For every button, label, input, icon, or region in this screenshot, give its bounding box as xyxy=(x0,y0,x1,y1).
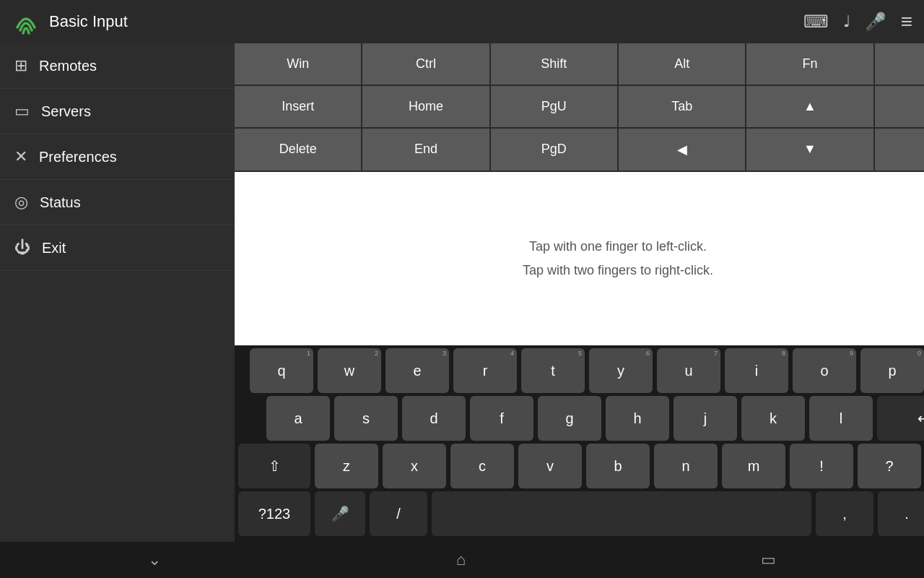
key-y[interactable]: 6y xyxy=(589,348,653,393)
key-k[interactable]: k xyxy=(741,396,805,441)
app-title: Basic Input xyxy=(49,12,789,31)
sidebar-label-remotes: Remotes xyxy=(39,58,97,74)
key-space[interactable] xyxy=(432,491,811,536)
key-insert[interactable]: Insert xyxy=(235,86,362,127)
key-shift-left[interactable]: ⇧ xyxy=(238,444,310,488)
key-s[interactable]: s xyxy=(334,396,398,441)
key-exclaim[interactable]: ! xyxy=(790,444,853,488)
sidebar-label-servers: Servers xyxy=(41,103,91,120)
key-e[interactable]: 3e xyxy=(385,348,449,393)
key-pgdn[interactable]: PgD xyxy=(491,129,619,171)
touchpad-hint-1: Tap with one finger to left-click. xyxy=(529,239,707,254)
exit-icon: ⏻ xyxy=(14,238,30,257)
key-win[interactable]: Win xyxy=(235,43,362,85)
key-p[interactable]: 0p xyxy=(860,348,924,393)
key-down-arrow[interactable]: ▼ xyxy=(746,129,874,171)
status-icon: ◎ xyxy=(14,193,28,212)
sidebar-item-exit[interactable]: ⏻ Exit xyxy=(0,225,235,271)
key-q[interactable]: 1q xyxy=(250,348,313,393)
kb-row-asdf: a s d f g h j k l ↵ xyxy=(236,396,924,441)
key-i[interactable]: 8i xyxy=(725,348,788,393)
key-x[interactable]: x xyxy=(383,444,446,488)
key-fn[interactable]: Fn xyxy=(746,43,874,85)
key-right-arrow[interactable]: ▶ xyxy=(875,129,924,171)
key-n[interactable]: n xyxy=(654,444,718,488)
key-tab[interactable]: Tab xyxy=(619,86,746,127)
kb-row-qwerty: 1q 2w 3e 4r 5t 6y 7u 8i 9o 0p ⌫ xyxy=(236,348,924,393)
key-ctrl[interactable]: Ctrl xyxy=(362,43,490,85)
key-d[interactable]: d xyxy=(402,396,466,441)
key-m[interactable]: m xyxy=(722,444,785,488)
key-question[interactable]: ? xyxy=(858,444,921,488)
kb-row-bottom: ?123 🎤 / , . ☺ xyxy=(236,491,924,536)
key-o[interactable]: 9o xyxy=(793,348,856,393)
special-key-row-3: Delete End PgD ◀ ▼ ▶ xyxy=(235,129,924,172)
key-delete[interactable]: Delete xyxy=(235,129,362,171)
key-esc[interactable]: Esc xyxy=(875,86,924,127)
sidebar-label-status: Status xyxy=(40,194,81,211)
preferences-icon: ✕ xyxy=(14,147,27,166)
sidebar-item-preferences[interactable]: ✕ Preferences xyxy=(0,134,235,180)
nav-recents[interactable]: ▭ xyxy=(761,551,776,569)
key-t[interactable]: 5t xyxy=(521,348,585,393)
main-area: ⊞ Remotes ▭ Servers ✕ Preferences ◎ Stat… xyxy=(0,43,924,542)
nav-bar: ⌄ ⌂ ▭ xyxy=(0,542,924,578)
key-g[interactable]: g xyxy=(538,396,601,441)
servers-icon: ▭ xyxy=(14,102,30,121)
key-u[interactable]: 7u xyxy=(657,348,720,393)
sidebar-item-remotes[interactable]: ⊞ Remotes xyxy=(0,43,235,89)
keyboard-icon[interactable]: ⌨ xyxy=(803,12,829,32)
sidebar-item-servers[interactable]: ▭ Servers xyxy=(0,89,235,134)
key-b[interactable]: b xyxy=(586,444,650,488)
key-w[interactable]: 2w xyxy=(318,348,381,393)
nav-home[interactable]: ⌂ xyxy=(456,551,466,569)
key-r[interactable]: 4r xyxy=(453,348,517,393)
key-f[interactable]: f xyxy=(470,396,533,441)
key-c[interactable]: c xyxy=(450,444,514,488)
app-logo xyxy=(12,7,40,36)
key-num-toggle[interactable]: ?123 xyxy=(238,491,310,536)
content-area: Win Ctrl Shift Alt Fn 1/2 Insert Home Pg… xyxy=(235,43,924,542)
key-left-arrow[interactable]: ◀ xyxy=(619,129,746,171)
key-enter[interactable]: ↵ xyxy=(877,396,924,441)
top-bar: Basic Input ⌨ ♩ 🎤 ≡ xyxy=(0,0,924,43)
sidebar-item-status[interactable]: ◎ Status xyxy=(0,180,235,225)
sidebar-label-preferences: Preferences xyxy=(39,149,117,165)
key-comma[interactable]: , xyxy=(816,491,873,536)
special-key-row-2: Insert Home PgU Tab ▲ Esc xyxy=(235,86,924,129)
special-keys: Win Ctrl Shift Alt Fn 1/2 Insert Home Pg… xyxy=(235,43,924,172)
key-pgup[interactable]: PgU xyxy=(491,86,619,127)
sidebar-label-exit: Exit xyxy=(42,240,66,256)
music-icon[interactable]: ♩ xyxy=(843,12,850,31)
remotes-icon: ⊞ xyxy=(14,56,27,75)
key-shift[interactable]: Shift xyxy=(491,43,619,85)
key-slash[interactable]: / xyxy=(370,491,427,536)
touchpad-area[interactable]: Tap with one finger to left-click. Tap w… xyxy=(235,172,924,345)
key-mic-bottom[interactable]: 🎤 xyxy=(315,491,365,536)
touchpad-hint-2: Tap with two fingers to right-click. xyxy=(523,263,713,278)
key-alt[interactable]: Alt xyxy=(619,43,746,85)
nav-back[interactable]: ⌄ xyxy=(148,551,161,569)
sidebar: ⊞ Remotes ▭ Servers ✕ Preferences ◎ Stat… xyxy=(0,43,235,542)
key-h[interactable]: h xyxy=(606,396,669,441)
key-up-arrow[interactable]: ▲ xyxy=(746,86,874,127)
key-a[interactable]: a xyxy=(266,396,330,441)
menu-icon[interactable]: ≡ xyxy=(901,10,912,33)
keyboard: 1q 2w 3e 4r 5t 6y 7u 8i 9o 0p ⌫ a s d f … xyxy=(235,345,924,542)
key-l[interactable]: l xyxy=(809,396,873,441)
mic-icon[interactable]: 🎤 xyxy=(865,12,886,32)
key-z[interactable]: z xyxy=(315,444,378,488)
key-period[interactable]: . xyxy=(878,491,924,536)
key-v[interactable]: v xyxy=(518,444,582,488)
key-end[interactable]: End xyxy=(362,129,490,171)
special-key-row-1: Win Ctrl Shift Alt Fn 1/2 xyxy=(235,43,924,86)
kb-row-zxcv: ⇧ z x c v b n m ! ? ⇧ xyxy=(236,444,924,488)
key-home[interactable]: Home xyxy=(362,86,490,127)
key-j[interactable]: j xyxy=(674,396,737,441)
key-page-toggle[interactable]: 1/2 xyxy=(875,43,924,85)
